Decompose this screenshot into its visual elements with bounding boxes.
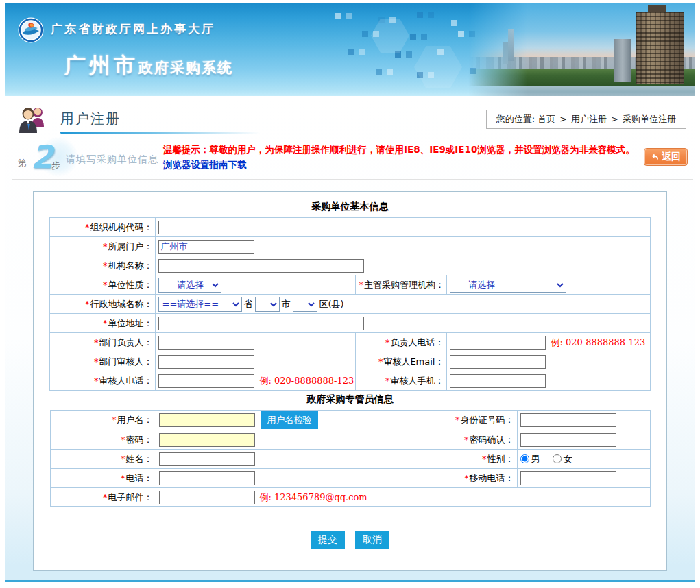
step-number: 2	[31, 138, 53, 175]
head-phone-input[interactable]	[450, 336, 546, 350]
section-title-basic-info: 采购单位基本信息	[34, 199, 666, 217]
table-row: *部门负责人： *负责人电话： 例: 020-8888888-123	[50, 333, 650, 352]
submit-button[interactable]: 提交	[311, 531, 345, 549]
gender-female-radio[interactable]	[553, 454, 562, 463]
table-row: *电子邮件： 例: 123456789@qq.com	[50, 488, 650, 507]
region-district-select[interactable]	[293, 297, 317, 312]
name-input[interactable]	[159, 452, 255, 466]
hexagon-decoration	[371, 19, 409, 53]
table-row: *电话： *移动电话：	[50, 469, 650, 488]
site-logo-icon	[18, 17, 44, 43]
breadcrumb-separator: >	[559, 114, 567, 124]
system-title: 广州市政府采购系统	[64, 51, 233, 80]
content-area: 用户注册 您的位置: 首页>用户注册>采购单位注册 第 2 步 请填写采购单位信…	[5, 96, 695, 582]
org-code-label: *组织机构代码：	[50, 218, 156, 237]
table-row: *所属门户：	[50, 237, 650, 256]
portal-label: *所属门户：	[50, 237, 156, 256]
table-row: *部门审核人： *审核人Email：	[50, 352, 650, 371]
phone-example-hint: 例: 020-8888888-123	[551, 337, 645, 347]
breadcrumb-home-link[interactable]: 首页	[538, 114, 555, 124]
reviewer-email-input[interactable]	[450, 355, 546, 369]
table-row: *姓名： *性别： 男 女	[50, 450, 650, 469]
table-row: *用户名： 用户名检验 *身份证号码：	[50, 411, 650, 430]
title-row: 用户注册 您的位置: 首页>用户注册>采购单位注册	[5, 96, 695, 137]
name-label: *姓名：	[50, 450, 156, 469]
breadcrumb-register-link[interactable]: 用户注册	[571, 114, 607, 124]
username-input[interactable]	[159, 413, 255, 427]
page-title: 用户注册	[60, 110, 261, 128]
breadcrumb: 您的位置: 首页>用户注册>采购单位注册	[486, 110, 686, 129]
portal-input[interactable]	[158, 240, 254, 254]
section-title-specialist-info: 政府采购专管员信息	[34, 391, 666, 410]
photo-tv-tower	[508, 29, 514, 61]
id-number-label: *身份证号码：	[409, 411, 517, 430]
province-unit-label: 省	[243, 299, 252, 309]
cancel-button[interactable]: 取消	[355, 531, 389, 549]
specialist-info-table: *用户名： 用户名检验 *身份证号码： *密码： *密码确认： *姓名： *性别…	[50, 410, 651, 507]
back-button-label: 返回	[662, 151, 681, 163]
head-phone-label: *负责人电话：	[356, 333, 447, 352]
portal-title: 广东省财政厅网上办事大厅	[51, 21, 215, 37]
reviewer-mobile-input[interactable]	[450, 374, 546, 388]
mobile-label: *移动电话：	[409, 469, 517, 488]
authority-label: *主管采购管理机构：	[356, 275, 447, 295]
dept-head-input[interactable]	[158, 336, 254, 350]
breadcrumb-prefix: 您的位置:	[496, 114, 535, 124]
phone-input[interactable]	[159, 471, 255, 485]
breadcrumb-current: 采购单位注册	[623, 114, 676, 124]
gender-male-radio[interactable]	[520, 454, 529, 463]
org-name-label: *机构名称：	[50, 256, 156, 275]
breadcrumb-separator: >	[611, 114, 618, 124]
check-username-button[interactable]: 用户名检验	[261, 411, 318, 429]
gender-male-option[interactable]: 男	[520, 454, 540, 464]
region-label: *行政地域名称：	[50, 295, 156, 314]
system-title-sub: 政府采购系统	[138, 60, 233, 76]
region-province-select[interactable]: ==请选择==	[158, 297, 242, 312]
table-row: *机构名称：	[50, 256, 650, 275]
form-actions: 提交 取消	[34, 531, 666, 549]
password-confirm-label: *密码确认：	[409, 430, 517, 450]
dept-head-label: *部门负责人：	[50, 333, 156, 352]
reviewer-email-label: *审核人Email：	[356, 352, 447, 371]
id-number-input[interactable]	[520, 413, 616, 427]
photo-building-small	[614, 39, 631, 82]
unit-type-select[interactable]: ==请选择==	[158, 278, 221, 293]
back-button[interactable]: 返回	[644, 148, 688, 166]
city-photo	[468, 3, 695, 96]
phone-label: *电话：	[50, 469, 156, 488]
photo-river	[468, 86, 695, 96]
registration-form: 采购单位基本信息 *组织机构代码： *所属门户： *机构名称： *单位性质：	[33, 191, 667, 571]
unit-type-label: *单位性质：	[50, 275, 156, 295]
step-indicator: 第 2 步 请填写采购单位信息	[18, 137, 163, 177]
pixel-decoration	[335, 13, 341, 19]
email-input[interactable]	[159, 491, 255, 504]
notice-text: 温馨提示：尊敬的用户，为保障注册操作顺利进行，请使用IE8、IE9或IE10浏览…	[163, 142, 644, 157]
browser-guide-link[interactable]: 浏览器设置指南下载	[163, 159, 247, 170]
browser-notice: 温馨提示：尊敬的用户，为保障注册操作顺利进行，请使用IE8、IE9或IE10浏览…	[163, 137, 644, 172]
city-unit-label: 市	[281, 299, 290, 309]
reviewer-phone-input[interactable]	[158, 374, 254, 388]
org-code-input[interactable]	[158, 221, 254, 234]
password-confirm-input[interactable]	[520, 433, 616, 447]
address-input[interactable]	[158, 317, 364, 330]
username-label: *用户名：	[50, 411, 156, 430]
email-label: *电子邮件：	[50, 488, 156, 507]
dept-reviewer-input[interactable]	[158, 355, 254, 369]
gender-label: *性别：	[409, 450, 517, 469]
system-title-main: 广州市	[64, 53, 138, 77]
table-row: *单位性质： ==请选择== *主管采购管理机构： ==请选择==	[50, 275, 650, 295]
authority-select[interactable]: ==请选择==	[450, 278, 566, 293]
region-city-select[interactable]	[255, 297, 280, 312]
table-row: *行政地域名称： ==请选择==省市区(县)	[50, 295, 650, 314]
password-input[interactable]	[159, 433, 255, 447]
address-label: *单位地址：	[50, 314, 156, 333]
page: 广东省财政厅网上办事大厅 广州市政府采购系统	[5, 3, 695, 582]
step-suffix: 步	[51, 160, 60, 172]
mobile-input[interactable]	[520, 471, 616, 485]
gender-female-option[interactable]: 女	[553, 454, 572, 464]
org-name-input[interactable]	[158, 259, 364, 273]
email-example-hint: 例: 123456789@qq.com	[260, 492, 367, 502]
phone-example-hint: 例: 020-8888888-123	[259, 376, 354, 386]
table-row: *审核人电话： 例: 020-8888888-123 *审核人手机：	[50, 371, 650, 391]
reviewer-mobile-label: *审核人手机：	[356, 371, 447, 391]
